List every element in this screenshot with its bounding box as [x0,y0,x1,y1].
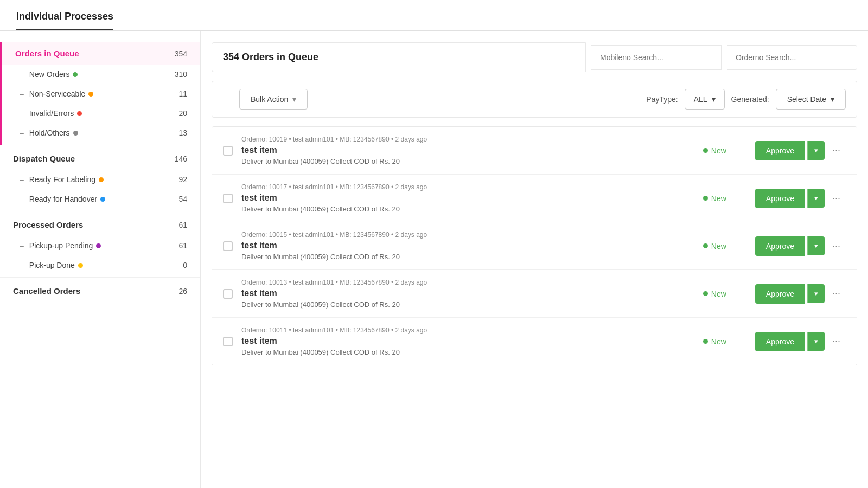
sidebar-item-processed-orders[interactable]: Processed Orders61 [0,214,200,236]
sidebar-sub-label-invalid-errors: –Invalid/Errors [20,109,82,118]
select-date-button[interactable]: Select Date ▾ [776,89,846,110]
sidebar-item-pick-up-done[interactable]: –Pick-up Done0 [0,255,200,275]
sidebar-count-non-serviceable: 11 [178,89,187,98]
toolbar-right: PayType: ALL ▾ Generated: Select Date ▾ [646,89,846,110]
order-name-order3: test item [241,241,694,251]
order-delivery-order5: Deliver to Mumbai (400059) Collect COD o… [241,348,694,356]
order-checkbox-order3[interactable] [223,241,233,251]
dash-icon: – [20,70,24,79]
order-status-order2: New [703,194,746,203]
order-actions-order1: Approve ▾ ··· [755,140,846,160]
sidebar-section-processed-orders: Processed Orders61–Pickup-up Pending61–P… [0,214,200,278]
generated-label: Generated: [731,95,769,104]
status-dot-icon [703,148,708,153]
dash-icon: – [20,261,24,269]
order-checkbox-order4[interactable] [223,289,233,299]
chevron-down-icon: ▾ [292,95,296,104]
bulk-action-button[interactable]: Bulk Action ▾ [239,89,308,110]
order-name-order2: test item [241,193,694,203]
orders-list: Orderno: 10019 • test admin101 • MB: 123… [212,126,857,365]
page-container: Individual Processes Orders in Queue354–… [0,0,868,488]
more-options-button-order5[interactable]: ··· [827,331,846,351]
status-dot-icon [703,291,708,296]
pay-type-select[interactable]: ALL ▾ [685,89,725,110]
sidebar-divider [0,277,200,278]
order-info-order4: Orderno: 10013 • test admin101 • MB: 123… [241,279,694,309]
approve-button-order5[interactable]: Approve [755,332,805,351]
order-status-order4: New [703,290,746,298]
dash-icon: – [20,241,24,250]
order-row: Orderno: 10011 • test admin101 • MB: 123… [212,318,857,365]
order-delivery-order1: Deliver to Mumbai (400059) Collect COD o… [241,157,694,165]
sidebar-item-new-orders[interactable]: –New Orders310 [0,65,200,84]
mobile-search-input[interactable] [591,45,722,70]
more-options-button-order4[interactable]: ··· [827,284,846,304]
yellow-dot-icon [78,263,83,268]
sidebar-label-dispatch-queue: Dispatch Queue [13,154,75,163]
more-options-button-order3[interactable]: ··· [827,236,846,256]
order-row: Orderno: 10013 • test admin101 • MB: 123… [212,270,857,318]
sidebar-section-cancelled-orders: Cancelled Orders26 [0,280,200,302]
queue-header: 354 Orders in Queue [212,42,857,72]
chevron-down-icon: ▾ [831,95,834,104]
approve-dropdown-order5[interactable]: ▾ [807,332,825,351]
page-title: Individual Processes [16,11,113,30]
order-delivery-order2: Deliver to Mumbai (400059) Collect COD o… [241,205,694,213]
queue-title: 354 Orders in Queue [212,42,586,72]
select-date-label: Select Date [787,95,826,104]
sidebar-item-ready-for-handover[interactable]: –Ready for Handover54 [0,189,200,209]
order-checkbox-order5[interactable] [223,337,233,346]
order-meta-order5: Orderno: 10011 • test admin101 • MB: 123… [241,326,694,334]
order-actions-order3: Approve ▾ ··· [755,236,846,256]
order-info-order1: Orderno: 10019 • test admin101 • MB: 123… [241,136,694,165]
approve-dropdown-order2[interactable]: ▾ [807,189,825,208]
sidebar-count-new-orders: 310 [175,70,187,79]
dash-icon: – [20,109,24,118]
approve-button-order2[interactable]: Approve [755,189,805,208]
toolbar-left: Bulk Action ▾ [223,89,637,110]
sidebar-item-cancelled-orders[interactable]: Cancelled Orders26 [0,280,200,302]
content-area: 354 Orders in Queue Bulk Action ▾ PayTyp… [201,31,868,488]
sidebar-count-invalid-errors: 20 [178,109,187,118]
approve-button-order4[interactable]: Approve [755,284,805,304]
sidebar-item-orders-in-queue[interactable]: Orders in Queue354 [0,42,200,65]
order-checkbox-order1[interactable] [223,146,233,156]
sidebar-section-orders-in-queue: Orders in Queue354–New Orders310–Non-Ser… [0,42,200,145]
sidebar-count-ready-for-labeling: 92 [178,175,187,184]
status-dot-icon [703,339,708,344]
order-search-input[interactable] [727,45,857,70]
more-options-button-order1[interactable]: ··· [827,140,846,160]
orange-dot-icon [88,92,93,97]
sidebar-sub-label-pickup-pending: –Pickup-up Pending [20,241,101,250]
order-delivery-order3: Deliver to Mumbai (400059) Collect COD o… [241,253,694,261]
order-meta-order1: Orderno: 10019 • test admin101 • MB: 123… [241,136,694,143]
sidebar-item-ready-for-labeling[interactable]: –Ready For Labeling92 [0,170,200,189]
main-layout: Orders in Queue354–New Orders310–Non-Ser… [0,31,868,488]
dash-icon: – [20,195,24,203]
approve-button-order1[interactable]: Approve [755,141,805,160]
sidebar-item-non-serviceable[interactable]: –Non-Serviceable11 [0,84,200,104]
sidebar-count-hold-others: 13 [178,129,187,137]
sidebar-item-invalid-errors[interactable]: –Invalid/Errors20 [0,104,200,123]
sidebar-item-pickup-pending[interactable]: –Pickup-up Pending61 [0,236,200,255]
gray-dot-icon [73,131,78,136]
order-info-order5: Orderno: 10011 • test admin101 • MB: 123… [241,326,694,356]
approve-dropdown-order1[interactable]: ▾ [807,141,825,160]
sidebar-item-hold-others[interactable]: –Hold/Others13 [0,123,200,143]
order-actions-order2: Approve ▾ ··· [755,188,846,208]
order-status-order3: New [703,242,746,251]
order-row: Orderno: 10017 • test admin101 • MB: 123… [212,175,857,222]
sidebar-section-dispatch-queue: Dispatch Queue146–Ready For Labeling92–R… [0,147,200,211]
chevron-down-icon: ▾ [712,95,716,104]
sidebar-label-orders-in-queue: Orders in Queue [15,49,79,58]
dash-icon: – [20,129,24,137]
sidebar-count-pickup-pending: 61 [178,241,187,250]
toolbar: Bulk Action ▾ PayType: ALL ▾ Generated: … [212,81,857,118]
order-checkbox-order2[interactable] [223,194,233,203]
approve-button-order3[interactable]: Approve [755,236,805,256]
sidebar-item-dispatch-queue[interactable]: Dispatch Queue146 [0,147,200,170]
approve-dropdown-order4[interactable]: ▾ [807,284,825,303]
status-label-order2: New [711,194,726,203]
approve-dropdown-order3[interactable]: ▾ [807,236,825,255]
more-options-button-order2[interactable]: ··· [827,188,846,208]
